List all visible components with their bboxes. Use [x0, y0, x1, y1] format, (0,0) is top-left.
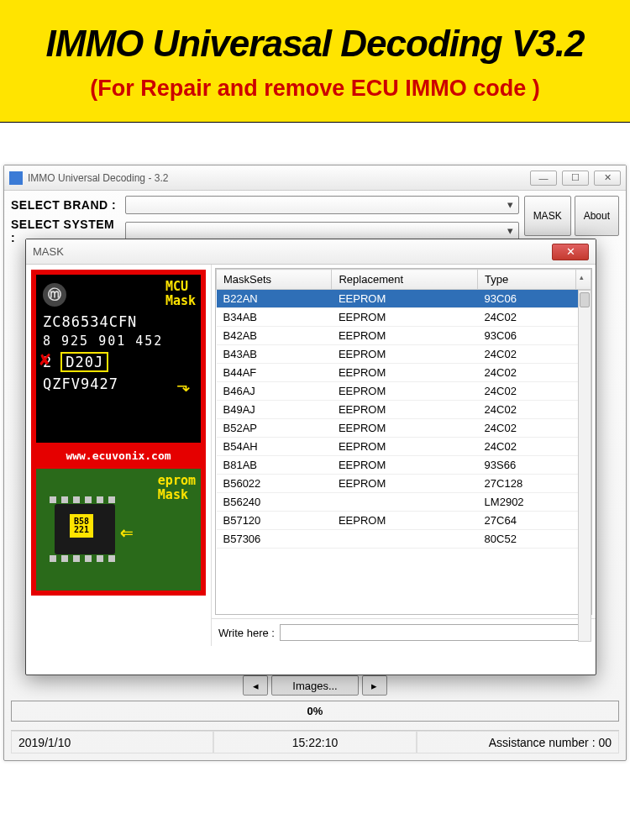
mask-image-panel: MCU Mask ⓜ ZC86534CFN 8 925 901 452 ✘ 2D…	[26, 265, 211, 646]
ic-mark-2: 221	[74, 525, 89, 534]
about-button[interactable]: About	[575, 196, 619, 236]
status-time: 15:22:10	[213, 731, 416, 753]
table-row[interactable]: B34ABEEPROM24C02	[217, 308, 591, 327]
table-row[interactable]: B46AJEEPROM24C02	[217, 382, 591, 401]
eprom-chip-illustration: eprom Mask B58 221 ⇐	[36, 469, 201, 591]
cell-replacement: EEPROM	[332, 419, 478, 438]
cell-maskset: B49AJ	[217, 401, 332, 419]
close-button[interactable]: ✕	[594, 171, 621, 186]
cell-replacement: EEPROM	[332, 512, 478, 530]
grid-scrollbar[interactable]	[578, 290, 591, 615]
mcu-label-2: Mask	[165, 293, 196, 308]
select-brand-label: SELECT BRAND :	[11, 198, 120, 212]
motorola-logo-icon: ⓜ	[43, 283, 66, 307]
table-row[interactable]: B56240LM2902	[217, 493, 591, 512]
write-here-input[interactable]	[280, 624, 589, 641]
chip-line-4: QZFV9427	[43, 375, 194, 392]
grid-header-masksets[interactable]: MaskSets	[217, 270, 332, 290]
mcu-chip-illustration: MCU Mask ⓜ ZC86534CFN 8 925 901 452 ✘ 2D…	[36, 275, 201, 443]
arrow-down-icon: ⬎	[176, 375, 191, 396]
chip-mask-box: D20J	[60, 352, 108, 372]
table-row[interactable]: B22ANEEPROM93C06	[217, 290, 591, 308]
image-prev-button[interactable]: ◂	[243, 675, 268, 696]
mask-dialog: MASK ✕ MCU Mask ⓜ ZC86534CFN 8 925 901 4…	[25, 239, 596, 675]
grid-header-type[interactable]: Type	[478, 270, 576, 290]
cell-replacement: EEPROM	[332, 327, 478, 345]
cell-maskset: B57120	[217, 512, 332, 530]
table-row[interactable]: B44AFEEPROM24C02	[217, 364, 591, 382]
cell-maskset: B22AN	[217, 290, 332, 308]
cell-maskset: B56022	[217, 475, 332, 493]
chevron-left-icon: ◂	[253, 680, 259, 692]
table-row[interactable]: B54AHEEPROM24C02	[217, 438, 591, 456]
cell-type: 24C02	[478, 382, 576, 401]
images-button[interactable]: Images...	[271, 675, 358, 696]
cell-type: 24C02	[478, 345, 576, 364]
status-bar: 2019/1/10 15:22:10 Assistance number : 0…	[11, 730, 619, 753]
cell-type: 24C02	[478, 438, 576, 456]
main-titlebar: IMMO Universal Decoding - 3.2 — ☐ ✕	[4, 165, 626, 191]
grid-header-replacement[interactable]: Replacement	[332, 270, 478, 290]
banner-title: IMMO Univerasal Decoding V3.2	[17, 24, 613, 64]
minimize-button[interactable]: —	[530, 171, 557, 186]
cell-maskset: B44AF	[217, 364, 332, 382]
cell-type: 27C64	[478, 512, 576, 530]
app-icon	[9, 171, 23, 185]
table-row[interactable]: B56022EEPROM27C128	[217, 475, 591, 493]
cell-maskset: B46AJ	[217, 382, 332, 401]
cell-replacement: EEPROM	[332, 475, 478, 493]
cell-maskset: B34AB	[217, 308, 332, 327]
main-window-title: IMMO Universal Decoding - 3.2	[28, 172, 168, 184]
strike-x-icon: ✘	[39, 349, 51, 370]
table-row[interactable]: B57120EEPROM27C64	[217, 512, 591, 530]
banner-subtitle: (For Repair and remove ECU IMMO code )	[17, 76, 613, 102]
mask-close-button[interactable]: ✕	[552, 244, 589, 260]
image-next-button[interactable]: ▸	[362, 675, 387, 696]
cell-type: 24C02	[478, 364, 576, 382]
grid-scroll-header	[576, 270, 591, 290]
maximize-button[interactable]: ☐	[562, 171, 589, 186]
cell-maskset: B52AP	[217, 419, 332, 438]
chip-line-2: 8 925 901 452	[43, 333, 194, 349]
table-row[interactable]: B81ABEEPROM93S66	[217, 456, 591, 475]
table-row[interactable]: B42ABEEPROM93C06	[217, 327, 591, 345]
progress-bar: 0%	[11, 701, 619, 722]
cell-replacement	[332, 493, 478, 512]
table-row[interactable]: B43ABEEPROM24C02	[217, 345, 591, 364]
status-date: 2019/1/10	[11, 731, 213, 753]
cell-type: 24C02	[478, 419, 576, 438]
cell-replacement: EEPROM	[332, 364, 478, 382]
maskset-grid[interactable]: MaskSets Replacement Type B22ANEEPROM93C…	[215, 268, 592, 615]
ic-chip-icon: B58 221	[55, 504, 115, 554]
mask-button[interactable]: MASK	[524, 196, 571, 236]
promo-banner: IMMO Univerasal Decoding V3.2 (For Repai…	[0, 0, 630, 123]
arrow-left-icon: ⇐	[120, 519, 134, 544]
cell-maskset: B54AH	[217, 438, 332, 456]
cell-replacement	[332, 530, 478, 549]
table-row[interactable]: B5730680C52	[217, 530, 591, 549]
cell-type: 24C02	[478, 308, 576, 327]
select-brand-combo[interactable]	[125, 196, 519, 214]
cell-maskset: B42AB	[217, 327, 332, 345]
chip-line-3: ✘ 2D20J	[43, 352, 194, 372]
cell-type: 80C52	[478, 530, 576, 549]
table-row[interactable]: B52APEEPROM24C02	[217, 419, 591, 438]
write-here-label: Write here :	[218, 627, 275, 639]
cell-replacement: EEPROM	[332, 308, 478, 327]
mcu-label-1: MCU	[165, 279, 188, 294]
app-area: IMMO Universal Decoding - 3.2 — ☐ ✕ SELE…	[0, 123, 630, 788]
table-row[interactable]: B49AJEEPROM24C02	[217, 401, 591, 419]
mask-dialog-title: MASK	[33, 245, 64, 258]
cell-maskset: B81AB	[217, 456, 332, 475]
chip-line-1: ZC86534CFN	[43, 313, 194, 330]
chevron-right-icon: ▸	[371, 680, 377, 692]
grid-scroll-thumb[interactable]	[580, 292, 590, 307]
cell-replacement: EEPROM	[332, 438, 478, 456]
select-system-combo[interactable]	[125, 222, 519, 240]
close-icon: ✕	[566, 245, 575, 258]
vendor-url: www.ecuvonix.com	[36, 448, 201, 464]
cell-maskset: B57306	[217, 530, 332, 549]
cell-type: LM2902	[478, 493, 576, 512]
cell-replacement: EEPROM	[332, 456, 478, 475]
cell-replacement: EEPROM	[332, 382, 478, 401]
